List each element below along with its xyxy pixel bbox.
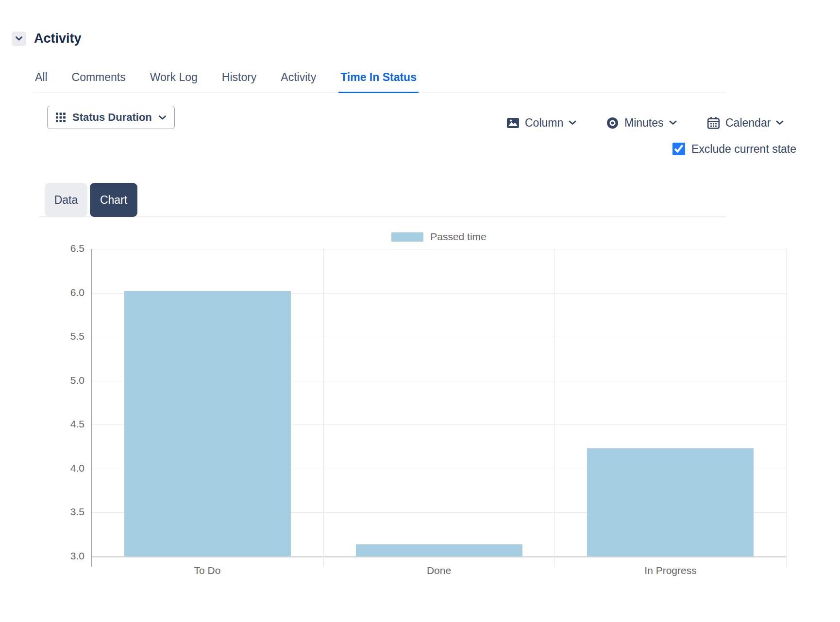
chevron-down-icon xyxy=(158,115,167,120)
exclude-current-state-label: Exclude current state xyxy=(691,143,796,156)
calendar-icon xyxy=(707,116,720,130)
bar-to-do[interactable] xyxy=(124,291,291,557)
tab-history[interactable]: History xyxy=(220,71,259,93)
activity-tab-bar: All Comments Work Log History Activity T… xyxy=(33,71,726,93)
y-axis-tick-label: 6.0 xyxy=(46,287,84,298)
time-in-status-panel: Activity All Comments Work Log History A… xyxy=(0,0,840,622)
bar-done[interactable] xyxy=(356,544,522,557)
x-axis-category-label: To Do xyxy=(134,565,280,576)
calendar-label: Calendar xyxy=(725,116,771,130)
tab-chart-view[interactable]: Chart xyxy=(90,183,137,217)
y-axis-tick-label: 6.5 xyxy=(46,243,84,254)
v-gridline xyxy=(786,249,787,567)
y-gridline xyxy=(92,249,786,249)
calendar-dropdown[interactable]: Calendar xyxy=(707,115,784,131)
chevron-down-icon xyxy=(669,120,677,125)
status-duration-label: Status Duration xyxy=(72,111,152,124)
tab-time-in-status[interactable]: Time In Status xyxy=(338,71,419,93)
activity-header: Activity xyxy=(12,31,82,46)
tab-activity[interactable]: Activity xyxy=(279,71,318,93)
y-axis-tick-label: 5.0 xyxy=(46,375,84,386)
y-axis-tick-label: 4.5 xyxy=(46,418,84,430)
view-tabs-divider xyxy=(39,216,726,217)
chart-legend[interactable]: Passed time xyxy=(92,231,786,243)
chevron-down-icon xyxy=(776,120,784,125)
x-axis-category-label: In Progress xyxy=(598,565,743,576)
grid-icon xyxy=(55,112,66,123)
legend-label: Passed time xyxy=(430,231,487,243)
image-icon xyxy=(506,117,520,129)
page-title: Activity xyxy=(34,31,82,46)
chevron-down-icon xyxy=(15,36,23,41)
unit-label: Minutes xyxy=(624,116,664,130)
v-gridline xyxy=(554,249,555,567)
x-axis-category-label: Done xyxy=(366,565,512,576)
y-axis-tick-label: 3.5 xyxy=(46,506,84,518)
bar-in-progress[interactable] xyxy=(587,448,754,557)
v-gridline xyxy=(323,249,324,567)
tab-work-log[interactable]: Work Log xyxy=(148,71,200,93)
status-duration-dropdown[interactable]: Status Duration xyxy=(47,106,175,129)
chart-type-dropdown[interactable]: Column xyxy=(506,115,576,131)
y-axis-line xyxy=(91,249,92,567)
chevron-down-icon xyxy=(569,120,576,125)
tab-comments[interactable]: Comments xyxy=(70,71,128,93)
y-axis-tick-label: 3.0 xyxy=(46,550,84,562)
eye-icon xyxy=(606,116,619,130)
bar-chart: 6.56.05.55.04.54.03.53.0To DoDoneIn Prog… xyxy=(0,0,840,622)
tab-data-view[interactable]: Data xyxy=(45,183,87,217)
exclude-current-state-checkbox[interactable] xyxy=(672,143,685,155)
collapse-activity-button[interactable] xyxy=(12,32,26,46)
y-axis-tick-label: 5.5 xyxy=(46,330,84,342)
y-axis-tick-label: 4.0 xyxy=(46,462,84,474)
tab-all[interactable]: All xyxy=(33,71,50,93)
unit-dropdown[interactable]: Minutes xyxy=(606,115,677,131)
legend-swatch xyxy=(391,232,423,242)
chart-type-label: Column xyxy=(525,116,563,130)
exclude-current-state-row: Exclude current state xyxy=(672,142,796,156)
